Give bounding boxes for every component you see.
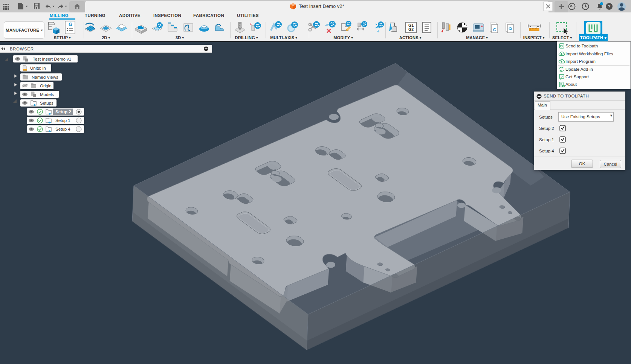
svg-text:Setups: Setups [40, 101, 53, 105]
svg-text:G: G [493, 27, 497, 32]
svg-text:G2: G2 [408, 27, 414, 32]
svg-text:?: ? [561, 75, 563, 79]
svg-text:Send to Toolpath: Send to Toolpath [565, 44, 598, 48]
svg-text:Units: in: Units: in [30, 66, 46, 70]
svg-text:BROWSER: BROWSER [10, 47, 34, 51]
svg-text:Models: Models [40, 92, 54, 97]
svg-text:Import Program: Import Program [565, 59, 596, 64]
svg-text:Origin: Origin [40, 84, 52, 88]
svg-text:Get Support: Get Support [565, 75, 589, 79]
svg-text:Named Views: Named Views [32, 75, 58, 79]
svg-text:Setup 4: Setup 4 [55, 127, 70, 131]
svg-text:TOOLPATH ▾: TOOLPATH ▾ [580, 35, 607, 40]
svg-text:Setup 2: Setup 2 [55, 110, 71, 114]
svg-text:Test Insert Demo v2*: Test Insert Demo v2* [299, 3, 344, 9]
svg-text:G: G [69, 21, 72, 27]
svg-text:?: ? [608, 4, 611, 9]
svg-text:Test Insert Demo v1: Test Insert Demo v1 [33, 57, 71, 61]
svg-text:Update Add-in: Update Add-in [565, 67, 593, 72]
svg-text:Import Workholding Files: Import Workholding Files [565, 52, 613, 56]
svg-text:Setup 1: Setup 1 [55, 118, 70, 123]
svg-text:About: About [565, 82, 577, 87]
